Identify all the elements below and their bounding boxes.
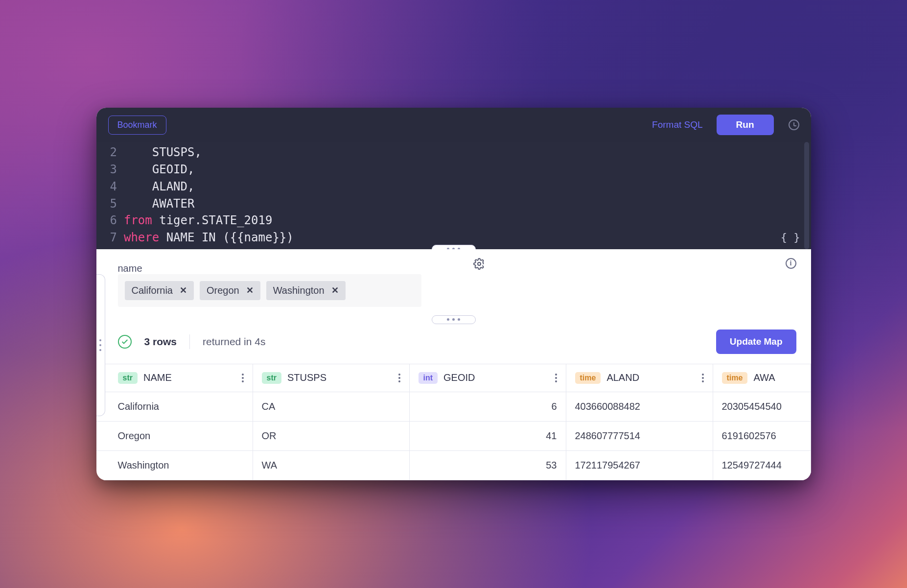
table-row[interactable]: Oregon OR 41 248607777514 6191602576 <box>96 422 811 451</box>
col-label: AWA <box>753 372 775 383</box>
col-label: STUSPS <box>287 372 326 383</box>
braces-icon[interactable]: { } <box>781 230 800 245</box>
chip-california[interactable]: California ✕ <box>125 281 194 300</box>
cell: 12549727444 <box>713 451 811 480</box>
history-icon[interactable] <box>789 119 799 130</box>
toolbar: Bookmark Format SQL Run <box>96 108 811 142</box>
editor-code[interactable]: STUSPS, GEOID, ALAND, AWATER from tiger.… <box>124 142 299 249</box>
returned-text: returned in 4s <box>203 336 265 348</box>
cell: 6 <box>410 392 566 422</box>
type-badge: time <box>575 372 601 384</box>
cell: CA <box>253 392 410 422</box>
type-badge: int <box>419 372 438 384</box>
table-row[interactable]: California CA 6 403660088482 20305454540 <box>96 392 811 422</box>
type-badge: str <box>262 372 281 384</box>
editor-scrollbar[interactable] <box>804 142 809 249</box>
results-bar: 3 rows returned in 4s Update Map <box>96 320 811 364</box>
left-rail-handle[interactable] <box>96 274 105 416</box>
param-chips[interactable]: California ✕ Oregon ✕ Washington ✕ <box>118 274 421 307</box>
close-icon[interactable]: ✕ <box>246 285 254 296</box>
cell: 53 <box>410 451 566 480</box>
col-label: NAME <box>143 372 172 383</box>
cell: Washington <box>96 451 253 480</box>
col-aland[interactable]: time ALAND <box>566 364 713 392</box>
column-menu-icon[interactable] <box>242 374 244 382</box>
cell: Oregon <box>96 422 253 451</box>
rows-count: 3 rows <box>144 336 177 348</box>
cell: WA <box>253 451 410 480</box>
cell: 41 <box>410 422 566 451</box>
type-badge: time <box>722 372 748 384</box>
cell: OR <box>253 422 410 451</box>
run-button[interactable]: Run <box>717 115 774 135</box>
close-icon[interactable]: ✕ <box>180 285 187 296</box>
update-map-button[interactable]: Update Map <box>716 329 796 354</box>
gear-icon[interactable] <box>473 258 485 270</box>
param-label: name <box>118 263 142 274</box>
table-row[interactable]: Washington WA 53 172117954267 1254972744… <box>96 451 811 480</box>
app-window: Bookmark Format SQL Run 2 3 4 5 6 7 STUS… <box>96 108 811 480</box>
cell: 6191602576 <box>713 422 811 451</box>
success-icon <box>118 335 132 349</box>
chip-label: Washington <box>273 285 325 296</box>
results-table: str NAME str STUSPS int GEOID time ALAND… <box>96 364 811 480</box>
col-label: GEOID <box>443 372 475 383</box>
table-header: str NAME str STUSPS int GEOID time ALAND… <box>96 364 811 392</box>
cell: 248607777514 <box>566 422 713 451</box>
col-name[interactable]: str NAME <box>96 364 253 392</box>
editor-gutter: 2 3 4 5 6 7 <box>96 142 124 249</box>
cell: 172117954267 <box>566 451 713 480</box>
column-menu-icon[interactable] <box>555 374 557 382</box>
cell: 20305454540 <box>713 392 811 422</box>
chip-washington[interactable]: Washington ✕ <box>266 281 346 300</box>
chip-oregon[interactable]: Oregon ✕ <box>200 281 260 300</box>
type-badge: str <box>118 372 138 384</box>
col-label: ALAND <box>606 372 639 383</box>
chip-label: California <box>132 285 173 296</box>
column-menu-icon[interactable] <box>398 374 400 382</box>
sql-editor[interactable]: 2 3 4 5 6 7 STUSPS, GEOID, ALAND, AWATER… <box>96 142 811 249</box>
cell: California <box>96 392 253 422</box>
svg-point-0 <box>478 262 481 265</box>
col-stusps[interactable]: str STUSPS <box>253 364 410 392</box>
info-icon[interactable] <box>786 258 796 269</box>
format-sql-link[interactable]: Format SQL <box>652 119 702 130</box>
cell: 403660088482 <box>566 392 713 422</box>
col-awa[interactable]: time AWA <box>713 364 811 392</box>
parameters-panel: name California ✕ Oregon ✕ Washington ✕ <box>96 249 811 320</box>
col-geoid[interactable]: int GEOID <box>410 364 566 392</box>
close-icon[interactable]: ✕ <box>331 285 339 296</box>
column-menu-icon[interactable] <box>702 374 704 382</box>
chip-label: Oregon <box>207 285 239 296</box>
divider <box>189 334 190 349</box>
bookmark-button[interactable]: Bookmark <box>108 116 166 135</box>
